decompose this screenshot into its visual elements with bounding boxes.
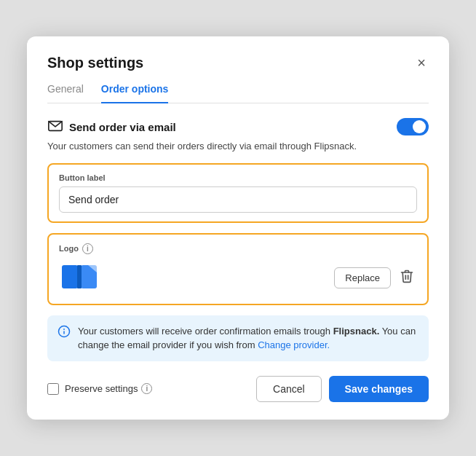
send-email-text: Send order via email (69, 121, 176, 133)
shop-settings-dialog: Shop settings × General Order options Se… (27, 36, 449, 420)
info-box-text: Your customers will receive order confir… (78, 324, 419, 353)
dialog-backdrop: Shop settings × General Order options Se… (0, 0, 476, 456)
send-email-description: Your customers can send their orders dir… (47, 141, 429, 152)
logo-section: Logo i Replace (47, 233, 429, 305)
preserve-info-icon[interactable]: i (141, 383, 152, 394)
logo-info-icon[interactable]: i (82, 243, 93, 254)
info-box-icon (57, 325, 71, 341)
svg-rect-4 (77, 265, 82, 288)
dialog-footer: Preserve settings i Cancel Save changes (47, 376, 429, 402)
button-label-field-label: Button label (59, 173, 417, 182)
tab-general[interactable]: General (47, 83, 84, 103)
svg-rect-1 (62, 265, 78, 288)
logo-actions: Replace (334, 266, 417, 290)
send-email-toggle[interactable] (397, 118, 429, 135)
trash-icon (400, 269, 414, 283)
logo-row: Replace (59, 262, 417, 295)
replace-logo-button[interactable]: Replace (334, 267, 391, 288)
info-box: Your customers will receive order confir… (47, 315, 429, 361)
logo-field-label-row: Logo i (59, 243, 417, 254)
dialog-header: Shop settings × (47, 54, 429, 71)
delete-logo-button[interactable] (397, 266, 417, 290)
send-email-label-group: Send order via email (47, 118, 176, 136)
button-label-input[interactable] (59, 186, 417, 213)
email-icon (47, 118, 63, 136)
change-provider-link[interactable]: Change provider. (258, 339, 330, 350)
preserve-settings-label: Preserve settings i (65, 383, 152, 394)
tabs: General Order options (47, 83, 429, 103)
button-label-box: Button label (47, 163, 429, 223)
preserve-settings-checkbox[interactable] (47, 383, 59, 395)
preserve-settings-row: Preserve settings i (47, 383, 152, 395)
close-button[interactable]: × (414, 54, 429, 71)
info-brand: Flipsnack. (333, 326, 380, 337)
save-changes-button[interactable]: Save changes (329, 376, 429, 402)
logo-preview (59, 262, 100, 295)
logo-label-text: Logo (59, 244, 79, 253)
dialog-title: Shop settings (47, 55, 143, 71)
cancel-button[interactable]: Cancel (256, 376, 322, 402)
footer-buttons: Cancel Save changes (256, 376, 429, 402)
send-email-row: Send order via email (47, 118, 429, 136)
tab-order-options[interactable]: Order options (101, 83, 169, 103)
